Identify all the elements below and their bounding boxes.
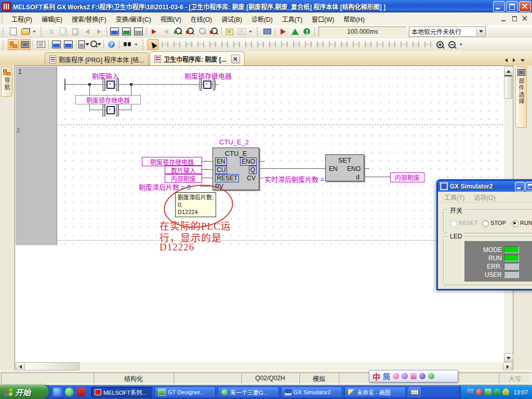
task-paint[interactable]: 未命名 - 画图	[344, 387, 406, 398]
device-find-icon[interactable]	[51, 39, 62, 50]
jump-icon[interactable]	[363, 39, 374, 50]
output-label-icon[interactable]	[303, 39, 314, 50]
menu-diagnostics[interactable]: 诊断(D)	[247, 13, 277, 25]
sim-minimize-button[interactable]	[515, 182, 525, 191]
toolbar-overflow-icon[interactable]	[247, 26, 253, 37]
menu-window[interactable]: 窗口(W)	[307, 13, 339, 25]
menu-online[interactable]: 在线(O)	[186, 13, 217, 25]
zoom-out-icon[interactable]	[446, 39, 457, 50]
parallel-open-icon[interactable]	[219, 39, 230, 50]
rising-pulse-close-icon[interactable]	[339, 39, 350, 50]
select-mode-icon[interactable]	[148, 39, 158, 50]
check-error-icon[interactable]	[301, 26, 312, 37]
simulator-titlebar[interactable]: GX Simulator2	[438, 181, 532, 192]
function-block-icon[interactable]	[279, 39, 290, 50]
start-button[interactable]: 开始	[0, 385, 49, 399]
menu-convert-compile[interactable]: 变换/编译(C)	[111, 13, 156, 25]
simulation-start-icon[interactable]	[277, 26, 288, 37]
cut-icon[interactable]	[46, 26, 57, 37]
quicklaunch-messenger-icon[interactable]	[65, 388, 74, 396]
sim-menu-options[interactable]: 选项(O)	[474, 193, 495, 202]
tray-network-icon[interactable]	[467, 389, 474, 395]
mdi-close-button[interactable]	[521, 15, 529, 22]
menu-find-replace[interactable]: 搜索/替换(F)	[67, 13, 111, 25]
coil-icon[interactable]	[267, 39, 278, 50]
find-icon[interactable]	[122, 39, 132, 50]
toolbar-overflow-icon[interactable]	[31, 26, 37, 37]
new-project-icon[interactable]	[8, 26, 19, 37]
monitor-write-icon[interactable]	[208, 26, 219, 37]
tray-update-icon[interactable]	[485, 389, 491, 395]
device-monitor-icon[interactable]	[121, 26, 132, 37]
quicklaunch-solidworks-icon[interactable]	[77, 388, 86, 396]
box-select-icon[interactable]	[159, 39, 170, 50]
comment-box-icon[interactable]	[387, 39, 397, 50]
horizontal-line-icon[interactable]	[255, 39, 266, 50]
transfer-setup-icon[interactable]	[262, 26, 273, 37]
guided-mode-icon[interactable]	[183, 39, 194, 50]
branch-contact-label[interactable]: 剔废锁存继电器	[75, 95, 141, 104]
menu-tools[interactable]: 工具(T)	[277, 13, 307, 25]
write-to-plc-icon[interactable]	[149, 26, 159, 37]
open-project-icon[interactable]	[20, 26, 31, 37]
menu-project[interactable]: 工程(P)	[7, 13, 37, 25]
close-button[interactable]	[519, 1, 531, 12]
tab-close-icon[interactable]	[231, 55, 240, 63]
task-chat-window[interactable]: 来一个三菱G...	[218, 387, 279, 398]
vertical-line-icon[interactable]	[243, 39, 254, 50]
horizontal-scrollbar[interactable]	[16, 362, 512, 370]
cv-output-label[interactable]: 实时滞后剔废片数 = 0	[264, 174, 330, 184]
ime-softkeyboard-icon[interactable]	[410, 373, 417, 379]
edge-right-icon[interactable]	[422, 39, 433, 50]
sim-maximize-button[interactable]	[525, 182, 532, 191]
task-gx-simulator[interactable]: GX Simulator2	[281, 387, 342, 398]
copy-icon[interactable]	[58, 26, 69, 37]
output-window-icon[interactable]	[35, 39, 46, 50]
fb-instance-name[interactable]: CTU_E_2	[219, 138, 249, 146]
run-radio[interactable]	[512, 220, 518, 227]
menu-help[interactable]: 帮助(H)	[339, 13, 369, 25]
tab-scroll-left-icon[interactable]	[505, 58, 508, 62]
restore-button[interactable]	[506, 1, 518, 12]
coil-symbol[interactable]	[199, 79, 215, 90]
scroll-down-icon[interactable]	[504, 353, 513, 363]
return-icon[interactable]	[375, 39, 385, 50]
quicklaunch-browser-icon[interactable]	[53, 388, 62, 396]
open-contact-icon[interactable]	[195, 39, 206, 50]
edge-left-icon[interactable]	[410, 39, 421, 50]
toolbar-overflow-icon[interactable]	[133, 39, 139, 50]
help-icon[interactable]	[106, 39, 117, 50]
ime-language-icon[interactable]: 中	[373, 371, 380, 382]
ctu-function-block[interactable]: CTU_E EN CU RESET PV ENO Q CV	[212, 148, 259, 190]
combo-dropdown-icon[interactable]	[476, 28, 485, 36]
dock-tab-navigation[interactable]: 导航	[1, 66, 12, 97]
device-display-icon[interactable]	[78, 39, 89, 50]
minimize-button[interactable]	[493, 1, 505, 12]
contact-symbol[interactable]	[102, 79, 118, 90]
mdi-restore-button[interactable]	[510, 15, 518, 22]
undo-icon[interactable]	[82, 26, 92, 37]
ime-keyboard-button[interactable]	[408, 387, 421, 397]
monitor-start-icon[interactable]	[172, 26, 183, 37]
tray-security-icon[interactable]	[502, 389, 509, 395]
device-comment-icon[interactable]	[109, 26, 120, 37]
read-from-plc-icon[interactable]	[161, 26, 171, 37]
input-label-icon[interactable]	[291, 39, 302, 50]
tray-mute-icon[interactable]	[476, 389, 483, 395]
device-mode-combo[interactable]: 本地软元件未执行	[409, 26, 486, 37]
reset-radio[interactable]	[450, 220, 457, 227]
navigation-window-icon[interactable]	[8, 39, 19, 50]
parallel-close-icon[interactable]	[231, 39, 242, 50]
ime-fullwidth-icon[interactable]	[402, 373, 408, 379]
ime-mode-icon[interactable]: 简	[383, 371, 390, 381]
stop-radio[interactable]	[482, 220, 489, 227]
toolbar-overflow-icon[interactable]	[458, 39, 463, 50]
device-memory-icon[interactable]	[133, 26, 144, 37]
statement-display-icon[interactable]	[236, 26, 247, 37]
tray-antivirus-icon[interactable]	[494, 389, 500, 395]
tab-list-icon[interactable]	[521, 59, 525, 62]
element-selection-icon[interactable]	[20, 39, 31, 50]
monitor-pause-icon[interactable]	[196, 26, 207, 37]
dock-tab-element-selection[interactable]: 部件选择	[515, 66, 527, 128]
close-contact-icon[interactable]	[207, 39, 218, 50]
